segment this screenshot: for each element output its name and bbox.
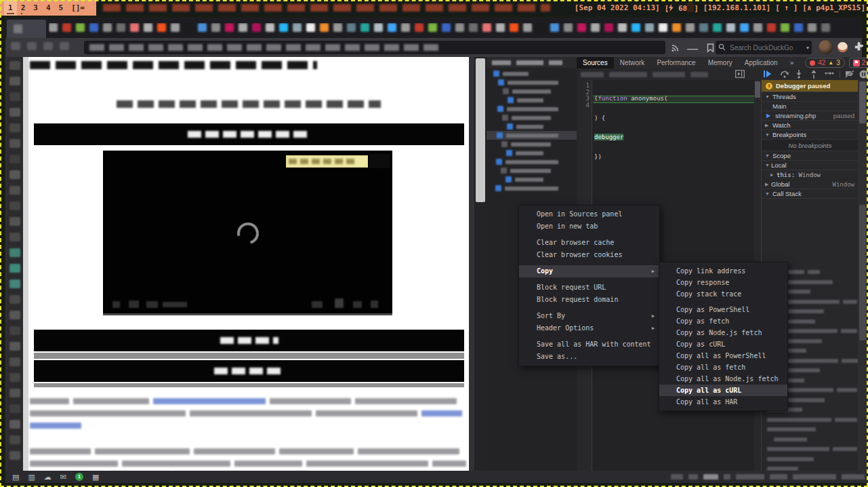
step-icon[interactable]: [825, 70, 834, 79]
play-button[interactable]: [112, 301, 120, 308]
step-over-icon[interactable]: [780, 70, 789, 79]
menu-open-in-new-tab[interactable]: Open in new tab: [519, 220, 659, 233]
submenu-copy-all-as-nodejs-fetch[interactable]: Copy all as Node.js fetch: [659, 373, 787, 385]
submenu-copy-as-powershell[interactable]: Copy as PowerShell: [659, 304, 787, 315]
back-button[interactable]: [11, 42, 20, 50]
scope-local[interactable]: ▼Local: [762, 161, 859, 170]
file-tab-redacted[interactable]: [581, 72, 604, 77]
split-panel-icon[interactable]: ▥: [28, 473, 35, 482]
issues-badge[interactable]: ⚑2: [849, 58, 868, 68]
mail-icon[interactable]: ✉: [60, 473, 66, 482]
resume-script-icon[interactable]: [764, 70, 773, 79]
menu-save-as[interactable]: Save as...: [519, 351, 659, 363]
submenu-copy-all-as-fetch[interactable]: Copy all as fetch: [659, 362, 787, 373]
menu-copy[interactable]: Copy▶: [519, 265, 659, 277]
deactivate-breakpoints-icon[interactable]: [845, 70, 854, 79]
profile-avatar[interactable]: [819, 40, 833, 54]
tab-sources[interactable]: Sources: [577, 57, 614, 69]
menu-block-domain[interactable]: Block request domain: [519, 294, 659, 306]
nav-buttons-redacted[interactable]: [11, 42, 69, 50]
tab-strip-favicons[interactable]: [49, 23, 859, 33]
fullscreen-button[interactable]: [371, 300, 378, 308]
grid-icon[interactable]: ▦: [92, 473, 99, 482]
cloud-icon[interactable]: ☁: [44, 473, 51, 482]
navigator-toggle-icon[interactable]: [735, 70, 745, 79]
video-player[interactable]: [103, 151, 392, 315]
tab-application[interactable]: Application: [739, 57, 784, 69]
step-out-icon[interactable]: [810, 70, 820, 79]
cast-button[interactable]: [335, 298, 344, 308]
text-link-redacted[interactable]: [30, 423, 81, 429]
tab-performance[interactable]: Performance: [650, 57, 701, 69]
address-bar[interactable]: [84, 41, 665, 54]
home-button[interactable]: [60, 42, 69, 50]
menu-block-url[interactable]: Block request URL: [519, 281, 659, 294]
bookmark-icon[interactable]: [705, 43, 716, 55]
submenu-copy-as-curl[interactable]: Copy as cURL: [659, 338, 787, 350]
reload-button[interactable]: [43, 42, 53, 50]
submenu-copy-response[interactable]: Copy response: [659, 277, 787, 288]
submenu-copy-as-nodejs-fetch[interactable]: Copy as Node.js fetch: [659, 327, 787, 338]
pip-button[interactable]: [353, 301, 362, 308]
thread-main[interactable]: Main: [762, 102, 859, 111]
step-into-icon[interactable]: [795, 70, 805, 79]
menu-header-options[interactable]: Header Options▶: [519, 322, 659, 334]
browser-tab-bar[interactable]: [5, 18, 862, 38]
call-stack-section-header[interactable]: ▼Call Stack: [762, 189, 859, 199]
volume-button[interactable]: [129, 300, 139, 308]
extension-face-icon[interactable]: [838, 42, 848, 52]
sidebar-panel-icon[interactable]: ▤: [12, 473, 19, 482]
tab-network[interactable]: Network: [614, 57, 651, 69]
submenu-copy-all-as-curl[interactable]: Copy all as cURL: [659, 385, 787, 396]
menu-clear-cache[interactable]: Clear browser cache: [519, 237, 659, 249]
menu-save-har[interactable]: Save all as HAR with content: [519, 338, 659, 351]
text-link-redacted[interactable]: [421, 410, 462, 416]
vertical-sidebar-toolbar[interactable]: [7, 57, 23, 483]
thread-paused-file[interactable]: ▶streaming.phppaused: [762, 111, 859, 121]
scope-global[interactable]: ▶GlobalWindow: [762, 180, 859, 189]
page-scrollbar-thumb[interactable]: [476, 58, 485, 202]
extensions-puzzle-icon[interactable]: [854, 41, 864, 54]
watch-section-header[interactable]: ▶Watch: [762, 121, 859, 130]
settings-button[interactable]: [312, 301, 323, 308]
text-link-redacted[interactable]: [153, 398, 266, 404]
notification-badge[interactable]: 1: [75, 473, 83, 481]
search-input[interactable]: [728, 43, 804, 52]
scope-this[interactable]: ▶this: Window: [762, 170, 859, 180]
search-box[interactable]: ▾: [716, 41, 812, 54]
workspace-5[interactable]: 5: [55, 0, 68, 16]
navigator-tabs-redacted[interactable]: [487, 57, 577, 68]
submenu-copy-stack-trace[interactable]: Copy stack trace: [659, 288, 787, 300]
submenu-copy-link-address[interactable]: Copy link address: [659, 265, 787, 277]
editor-scrollbar-thumb[interactable]: [755, 81, 760, 98]
breakpoints-section-header[interactable]: ▼Breakpoints: [762, 130, 859, 140]
console-badges[interactable]: 42 ▲3: [805, 58, 845, 68]
workspace-4[interactable]: 4: [42, 0, 55, 16]
submenu-copy-all-as-har[interactable]: Copy all as HAR: [659, 396, 787, 408]
rss-icon[interactable]: [669, 43, 680, 55]
file-tab-redacted[interactable]: [690, 72, 708, 77]
reader-mode-icon[interactable]: —: [687, 43, 698, 55]
tab-memory[interactable]: Memory: [702, 57, 739, 69]
more-tabs-chevron[interactable]: »: [784, 57, 800, 69]
file-tab-redacted[interactable]: [609, 72, 647, 77]
menu-clear-cookies[interactable]: Clear browser cookies: [519, 249, 659, 261]
workspace-2[interactable]: 2: [17, 0, 30, 16]
file-tab-redacted[interactable]: [653, 72, 685, 77]
pause-on-exceptions-icon[interactable]: [859, 70, 868, 79]
threads-section-header[interactable]: ▼Threads: [762, 92, 859, 102]
submenu-copy-all-as-powershell[interactable]: Copy all as PowerShell: [659, 350, 787, 362]
ad-close-button[interactable]: [369, 154, 390, 168]
devtools-scrollbar-thumb-2[interactable]: [859, 205, 866, 340]
navigator-file-list[interactable]: [487, 69, 577, 193]
devtools-scrollbar-thumb[interactable]: [859, 81, 866, 123]
devtools-file-tab-strip[interactable]: [577, 69, 867, 81]
search-engine-chevron-icon[interactable]: ▾: [806, 45, 809, 51]
ad-banner[interactable]: [286, 155, 368, 168]
submenu-copy-as-fetch[interactable]: Copy as fetch: [659, 315, 787, 327]
scope-section-header[interactable]: ▼Scope: [762, 151, 859, 161]
active-tab[interactable]: [7, 20, 46, 38]
forward-button[interactable]: [27, 42, 37, 50]
menu-sort-by[interactable]: Sort By▶: [519, 310, 659, 322]
menu-open-in-sources[interactable]: Open in Sources panel: [519, 208, 659, 220]
